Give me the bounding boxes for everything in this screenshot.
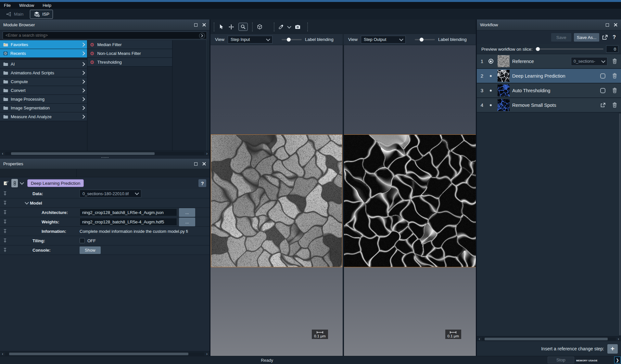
workflow-step-reference[interactable]: 1 Reference 0_sections- bbox=[477, 54, 621, 69]
slider-thumb[interactable] bbox=[287, 38, 291, 42]
module-item-median-filter[interactable]: ⚙ Median Filter bbox=[87, 40, 172, 49]
save-button[interactable]: Save bbox=[551, 33, 571, 42]
pin-property-icon[interactable] bbox=[3, 191, 7, 196]
workflow-help-button[interactable]: ? bbox=[611, 34, 618, 40]
add-step-button[interactable]: + bbox=[607, 344, 618, 354]
sidebar-item-compute[interactable]: Compute bbox=[0, 77, 87, 86]
maximize-panel-icon[interactable] bbox=[194, 23, 197, 27]
pan-tool-icon[interactable] bbox=[228, 24, 234, 30]
workflow-vertical-scrollbar[interactable] bbox=[619, 113, 621, 336]
slider-thumb[interactable] bbox=[420, 38, 424, 42]
weights-input[interactable]: ning2_crop128_batch8_LR5e-4_Augm.hdf5 bbox=[80, 218, 177, 226]
pin-property-icon[interactable] bbox=[3, 229, 7, 233]
scroll-right-icon[interactable]: › bbox=[205, 352, 209, 356]
eyedropper-options-chevron-icon[interactable] bbox=[287, 24, 291, 29]
tab-main[interactable]: Main bbox=[3, 10, 27, 19]
sidebar-item-image-processing[interactable]: Image Processing bbox=[0, 95, 87, 104]
right-view-mode-dropdown[interactable]: Step Output bbox=[361, 36, 406, 44]
favorites-folder-icon bbox=[3, 43, 8, 46]
workflow-horizontal-scrollbar[interactable]: ‹ › bbox=[477, 336, 621, 341]
close-panel-icon[interactable] bbox=[202, 162, 206, 166]
scroll-left-icon[interactable]: ‹ bbox=[1, 352, 5, 356]
export-step-output-icon[interactable] bbox=[598, 103, 607, 108]
sidebar-item-recents[interactable]: Recents bbox=[0, 49, 87, 58]
step-input-image[interactable] bbox=[211, 134, 342, 267]
search-filter-icon[interactable] bbox=[199, 33, 205, 39]
pin-property-icon[interactable] bbox=[3, 238, 7, 243]
stop-button[interactable]: Stop bbox=[548, 357, 574, 363]
eyedropper-tool-icon[interactable] bbox=[279, 24, 284, 29]
browse-weights-button[interactable]: ... bbox=[179, 218, 195, 226]
zoom-tool-icon[interactable] bbox=[238, 23, 248, 31]
console-show-button[interactable]: Show bbox=[80, 246, 101, 254]
close-panel-icon[interactable] bbox=[614, 23, 618, 27]
menu-window[interactable]: Window bbox=[19, 3, 34, 8]
scroll-left-icon[interactable]: ‹ bbox=[477, 337, 481, 341]
export-workflow-icon[interactable] bbox=[602, 34, 608, 40]
delete-step-icon[interactable] bbox=[610, 88, 619, 93]
pin-property-icon[interactable] bbox=[3, 210, 7, 215]
module-help-button[interactable]: ? bbox=[198, 179, 206, 187]
expand-console-icon[interactable]: ❯ bbox=[614, 357, 621, 363]
reference-data-dropdown[interactable]: 0_sections- bbox=[571, 57, 607, 66]
close-panel-icon[interactable] bbox=[202, 23, 206, 27]
slider-thumb[interactable] bbox=[536, 47, 540, 51]
delete-step-icon[interactable] bbox=[610, 73, 619, 79]
sidebar-item-ai[interactable]: AI bbox=[0, 60, 87, 69]
snapshot-camera-icon[interactable] bbox=[295, 25, 300, 29]
sidebar-item-animations-and-scripts[interactable]: Animations And Scripts bbox=[0, 69, 87, 77]
scroll-left-icon[interactable]: ‹ bbox=[1, 152, 5, 155]
menu-file[interactable]: File bbox=[4, 3, 11, 8]
link-module-button[interactable] bbox=[11, 179, 18, 187]
workflow-step-deep-learning-prediction[interactable]: 2 Deep Learning Prediction bbox=[477, 69, 621, 83]
workflow-step-auto-thresholding[interactable]: 3 Auto Thresholding bbox=[477, 83, 621, 98]
left-label-blending-slider[interactable] bbox=[282, 37, 302, 42]
preview-slice-slider[interactable] bbox=[535, 47, 603, 51]
module-browser-vertical-scrollbar[interactable] bbox=[207, 40, 209, 151]
scrollbar-thumb[interactable] bbox=[485, 338, 608, 340]
panel-splitter-handle[interactable] bbox=[0, 156, 209, 159]
scrollbar-thumb[interactable] bbox=[9, 353, 188, 355]
collapse-model-icon[interactable] bbox=[25, 200, 29, 205]
workflow-step-remove-small-spots[interactable]: 4 Remove Small Spots bbox=[477, 98, 621, 113]
chevron-down-icon[interactable] bbox=[20, 181, 24, 185]
properties-horizontal-scrollbar[interactable]: ‹ › bbox=[0, 351, 209, 356]
step-output-toggle-icon[interactable] bbox=[600, 88, 605, 93]
architecture-input[interactable]: ning2_crop128_batch8_LR5e-4_Augm.json bbox=[80, 208, 177, 216]
module-search-input[interactable] bbox=[3, 31, 207, 39]
browse-architecture-button[interactable]: ... bbox=[179, 208, 195, 217]
save-as-button[interactable]: Save As... bbox=[574, 33, 599, 42]
sidebar-item-image-segmentation[interactable]: Image Segmentation bbox=[0, 104, 87, 112]
pointer-tool-icon[interactable] bbox=[219, 24, 224, 30]
delete-step-icon[interactable] bbox=[610, 102, 619, 108]
left-view-mode-dropdown[interactable]: Step Input bbox=[228, 36, 272, 44]
scrollbar-thumb[interactable] bbox=[11, 152, 154, 155]
sidebar-item-favorites[interactable]: Favorites bbox=[0, 40, 87, 49]
preview-slice-value[interactable]: 0 bbox=[606, 45, 618, 53]
tab-isp-label: ISP bbox=[42, 12, 49, 17]
module-item-non-local-means-filter[interactable]: ⚙ Non-Local Means Filter bbox=[87, 49, 172, 58]
3d-view-tool-icon[interactable] bbox=[257, 24, 262, 30]
delete-step-icon[interactable] bbox=[610, 58, 619, 64]
pin-property-icon[interactable] bbox=[3, 201, 7, 205]
scroll-right-icon[interactable]: › bbox=[616, 337, 620, 341]
module-item-thresholding[interactable]: ⚙ Thresholding bbox=[87, 58, 172, 67]
tab-isp[interactable]: ISP bbox=[30, 10, 53, 19]
sidebar-item-measure-and-analyze[interactable]: Measure And Analyze bbox=[0, 112, 87, 121]
menu-help[interactable]: Help bbox=[43, 3, 51, 8]
pin-property-icon[interactable] bbox=[3, 248, 7, 252]
module-browser-horizontal-scrollbar[interactable]: ‹ › bbox=[0, 151, 209, 156]
pin-property-icon[interactable] bbox=[3, 220, 7, 224]
edit-note-icon[interactable] bbox=[3, 181, 9, 186]
scroll-right-icon[interactable]: › bbox=[205, 152, 209, 155]
right-label-blending-slider[interactable] bbox=[415, 37, 435, 42]
sidebar-item-convert[interactable]: Convert bbox=[0, 86, 87, 95]
step-output-toggle-icon[interactable] bbox=[600, 73, 605, 79]
maximize-panel-icon[interactable] bbox=[606, 23, 609, 27]
tiling-checkbox[interactable] bbox=[80, 238, 85, 243]
reference-radio-selected[interactable] bbox=[488, 59, 493, 64]
maximize-panel-icon[interactable] bbox=[194, 162, 197, 166]
step-output-image[interactable] bbox=[344, 134, 476, 267]
data-dropdown[interactable]: 0_sections-180-22010.tif bbox=[80, 190, 141, 197]
step-thumbnail bbox=[498, 84, 510, 96]
